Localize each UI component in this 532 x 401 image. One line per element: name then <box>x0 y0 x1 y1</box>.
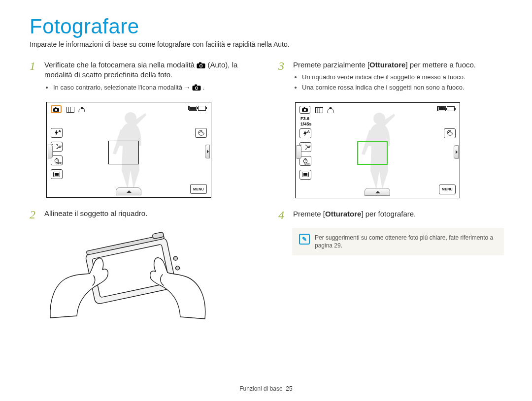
svg-point-21 <box>200 132 200 133</box>
svg-rect-17 <box>56 158 58 159</box>
svg-point-11 <box>55 109 57 111</box>
battery-full-icon <box>438 106 446 111</box>
camera-icon <box>53 107 59 112</box>
svg-point-22 <box>200 131 201 132</box>
step1-text-a: Verificate che la fotocamera sia nella m… <box>44 61 197 69</box>
svg-rect-5 <box>195 84 197 86</box>
arrow-icon: → <box>184 84 191 91</box>
bottom-pull-handle-icon <box>365 188 390 196</box>
mode-auto-chip <box>299 106 310 114</box>
left-pull-handle-icon <box>48 145 53 158</box>
flash-auto-label: A <box>58 129 61 133</box>
menu-chip: MENU <box>190 184 207 194</box>
shutter-label: 1/45s <box>300 122 312 126</box>
svg-rect-36 <box>330 107 332 109</box>
step-body: Premete [Otturatore] per fotografare. <box>293 209 502 221</box>
camera-inline-icon <box>192 84 201 91</box>
step4-text-bold: Otturatore <box>325 210 361 218</box>
right-pull-handle-icon <box>454 145 459 159</box>
camera-icon <box>302 107 308 112</box>
step1-sublist: In caso contrario, selezionate l'icona m… <box>44 83 254 93</box>
step-2: 2 Allineate il soggetto al riquadro. <box>30 209 254 220</box>
step1-bullet: In caso contrario, selezionate l'icona m… <box>53 83 254 93</box>
step-number: 3 <box>278 60 288 97</box>
display-mode-chip <box>51 169 63 179</box>
af-label: AF <box>307 145 311 149</box>
svg-rect-10 <box>55 107 57 108</box>
focus-frame <box>108 141 139 164</box>
footer-section: Funzioni di base <box>239 385 282 392</box>
svg-point-3 <box>200 65 202 67</box>
display-mode-chip <box>299 170 311 180</box>
step4-text-b: ] per fotografare. <box>361 210 416 218</box>
note-icon: ✎ <box>299 234 310 245</box>
battery-indicator <box>189 106 206 111</box>
step2-text: Allineate il soggetto al riquadro. <box>44 209 147 217</box>
step4-text-a: Premete [ <box>293 210 325 218</box>
battery-outline-icon <box>447 106 455 111</box>
svg-point-43 <box>449 131 450 132</box>
svg-point-7 <box>196 87 198 89</box>
step-body: Premete parzialmente [Otturatore] per me… <box>293 60 502 97</box>
manual-page: Fotografare Imparate le informazioni di … <box>0 0 532 401</box>
battery-outline-icon <box>198 106 206 111</box>
right-column: 3 Premete parzialmente [Otturatore] per … <box>278 60 502 326</box>
step-1: 1 Verificate che la fotocamera sia nella… <box>30 60 254 97</box>
svg-rect-41 <box>303 173 307 176</box>
menu-label: MENU <box>442 187 453 191</box>
svg-rect-1 <box>199 62 201 64</box>
step3-sublist: Un riquadro verde indica che il soggetto… <box>293 73 502 93</box>
flash-auto-chip: A <box>51 128 63 138</box>
page-footer: Funzioni di base 25 <box>0 385 532 392</box>
camera-screen-illustration-2: F3.6 1/45s A AF OFF <box>295 102 460 198</box>
footer-page-number: 25 <box>286 385 292 392</box>
palette-icon <box>446 130 453 136</box>
menu-chip: MENU <box>439 185 456 194</box>
step-body: Verificate che la fotocamera sia nella m… <box>44 60 254 97</box>
f-number-label: F3.6 <box>300 117 309 121</box>
page-title: Fotografare <box>30 15 502 38</box>
flash-auto-chip: A <box>299 128 311 138</box>
bottom-pull-handle-icon <box>116 187 141 195</box>
focus-frame-locked <box>357 141 388 165</box>
effects-chip <box>195 128 207 138</box>
step1-bullet-b: . <box>203 84 205 91</box>
svg-point-27 <box>173 256 178 261</box>
page-subtitle: Imparate le informazioni di base su come… <box>30 40 502 48</box>
step3-text-bold: Otturatore <box>369 61 405 69</box>
off-label: OFF <box>304 162 310 165</box>
right-pull-handle-icon <box>205 145 210 158</box>
tip-note-box: ✎ Per suggerimenti su come ottenere foto… <box>292 228 504 255</box>
step-number: 1 <box>30 60 39 97</box>
camera-inline-icon <box>197 62 205 69</box>
battery-full-icon <box>189 106 197 111</box>
step-3: 3 Premete parzialmente [Otturatore] per … <box>278 60 502 97</box>
display-icon <box>302 172 309 177</box>
step3-bullet-2: Una cornice rossa indica che i soggetti … <box>302 83 502 93</box>
display-icon <box>53 172 60 177</box>
menu-label: MENU <box>193 187 204 191</box>
svg-rect-38 <box>305 158 306 159</box>
content-columns: 1 Verificate che la fotocamera sia nella… <box>30 60 502 326</box>
svg-point-42 <box>448 132 449 133</box>
note-text: Per suggerimenti su come ottenere foto p… <box>315 234 497 249</box>
step-4: 4 Premete [Otturatore] per fotografare. <box>278 209 502 221</box>
resolution-icon <box>315 107 323 113</box>
step1-bullet-a: In caso contrario, selezionate l'icona m… <box>53 84 184 91</box>
svg-point-28 <box>175 266 180 270</box>
step-body: Allineate il soggetto al riquadro. <box>44 209 254 220</box>
left-column: 1 Verificate che la fotocamera sia nella… <box>30 60 254 326</box>
palette-icon <box>198 130 204 136</box>
resolution-icon <box>66 106 74 112</box>
left-pull-handle-icon <box>297 145 301 159</box>
step-number: 4 <box>278 209 288 221</box>
quality-icon <box>327 107 335 113</box>
svg-point-32 <box>304 109 306 111</box>
mode-auto-chip <box>51 105 62 113</box>
step3-bullet-1: Un riquadro verde indica che il soggetto… <box>302 73 502 82</box>
camera-in-hands-illustration <box>46 225 209 326</box>
step3-text-b: ] per mettere a fuoco. <box>405 61 476 69</box>
quality-icon <box>78 106 86 112</box>
battery-indicator <box>438 106 455 111</box>
step-number: 2 <box>30 209 39 220</box>
